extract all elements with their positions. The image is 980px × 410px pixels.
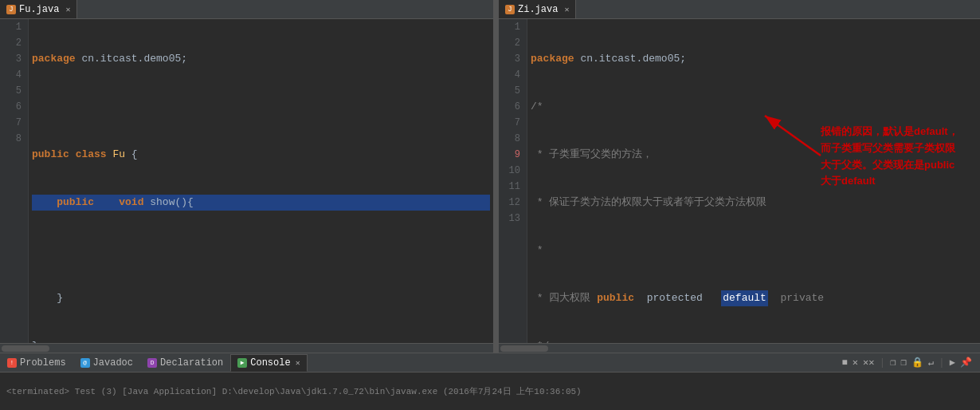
bottom-tab-javadoc[interactable]: @ Javadoc: [73, 354, 140, 372]
right-code-content[interactable]: package cn.itcast.demo05; /* * 子类重写父类的方法…: [527, 19, 980, 343]
code-line-7: }: [32, 338, 490, 343]
left-editor-pane: J Fu.java ✕ 1 2 3 4 5 6 7 8 package cn.i…: [0, 0, 494, 353]
problems-icon: !: [7, 358, 17, 368]
left-scrollbar-h[interactable]: [0, 343, 493, 353]
java-file-icon-right: J: [505, 5, 515, 14]
r-code-line-2: /*: [531, 99, 977, 115]
problems-label: Problems: [20, 357, 66, 369]
right-line-numbers: 1 2 3 4 5 6 7 8 9 10 11 12 13: [499, 19, 527, 343]
left-line-numbers: 1 2 3 4 5 6 7 8: [0, 19, 29, 343]
r-line-num-3: 3: [505, 51, 520, 67]
bottom-panel: ! Problems @ Javadoc D Declaration ▶ Con…: [0, 353, 980, 410]
left-tab-bar: J Fu.java ✕: [0, 0, 493, 19]
line-num-6: 6: [6, 99, 22, 115]
r-line-num-1: 1: [505, 19, 520, 35]
line-num-2: 2: [6, 35, 22, 51]
r-line-num-12: 12: [505, 195, 520, 211]
declaration-icon: D: [147, 358, 157, 368]
bottom-tab-console[interactable]: ▶ Console ✕: [230, 354, 307, 372]
r-line-num-6: 6: [505, 99, 520, 115]
pin-btn[interactable]: 📌: [958, 357, 974, 369]
bottom-tabs-row: ! Problems @ Javadoc D Declaration ▶ Con…: [0, 353, 980, 373]
code-line-2: [32, 99, 490, 115]
left-scrollbar-thumb[interactable]: [2, 345, 49, 352]
r-code-line-6: * 四大权限 public protected default private: [531, 290, 977, 306]
paste-btn[interactable]: ❒: [899, 357, 907, 369]
right-scrollbar-thumb[interactable]: [500, 345, 548, 352]
open-console-btn[interactable]: ▶: [948, 357, 957, 369]
r-line-num-13: 13: [505, 211, 520, 227]
code-line-5: [32, 242, 490, 258]
r-line-num-2: 2: [505, 35, 520, 51]
right-scrollbar-h[interactable]: [499, 343, 980, 353]
left-code-area: 1 2 3 4 5 6 7 8 package cn.itcast.demo05…: [0, 19, 493, 343]
r-code-line-5: *: [531, 242, 977, 258]
console-icon: ▶: [237, 358, 247, 368]
r-line-num-10: 10: [505, 163, 520, 179]
javadoc-label: Javadoc: [93, 357, 133, 369]
bottom-content: <terminated> Test (3) [Java Application]…: [0, 373, 980, 410]
r-line-num-5: 5: [505, 83, 520, 99]
code-line-1: package cn.itcast.demo05;: [32, 51, 490, 67]
bottom-tab-problems[interactable]: ! Problems: [0, 354, 73, 372]
console-output-line: <terminated> Test (3) [Java Application]…: [6, 385, 974, 397]
java-file-icon-left: J: [6, 5, 16, 14]
left-code-content[interactable]: package cn.itcast.demo05; public class F…: [29, 19, 493, 343]
remove-btn[interactable]: ✕: [851, 357, 860, 369]
line-num-1: 1: [6, 19, 22, 35]
word-wrap-btn[interactable]: ↵: [927, 357, 935, 369]
line-num-4: 4: [6, 67, 22, 83]
line-num-7: 7: [6, 115, 22, 131]
close-icon-right[interactable]: ✕: [564, 5, 569, 14]
right-editor-pane: J Zi.java ✕ 1 2 3 4 5 6 7 8 9 10 11 12 1…: [499, 0, 980, 353]
r-code-line-7: */: [531, 338, 977, 343]
right-tab-bar: J Zi.java ✕: [499, 0, 980, 19]
r-line-num-9: 9: [505, 147, 520, 163]
left-tab-label: Fu.java: [19, 4, 59, 15]
code-line-4: public void show(){: [32, 195, 490, 211]
r-code-line-4: * 保证子类方法的权限大于或者等于父类方法权限: [531, 195, 977, 211]
r-line-num-11: 11: [505, 179, 520, 195]
remove-all-btn[interactable]: ✕✕: [861, 357, 876, 369]
close-icon[interactable]: ✕: [65, 5, 70, 14]
right-tab-zi-java[interactable]: J Zi.java ✕: [499, 0, 576, 18]
declaration-label: Declaration: [160, 357, 223, 369]
copy-btn[interactable]: ❐: [888, 357, 897, 369]
r-line-num-4: 4: [505, 67, 520, 83]
line-num-5: 5: [6, 83, 22, 99]
left-tab-fu-java[interactable]: J Fu.java ✕: [0, 0, 77, 18]
console-close-icon[interactable]: ✕: [296, 358, 300, 368]
javadoc-icon: @: [80, 358, 90, 368]
scroll-lock-btn[interactable]: 🔒: [910, 357, 925, 369]
stop-btn[interactable]: ■: [841, 357, 849, 369]
line-num-8: 8: [6, 131, 22, 147]
right-tab-label: Zi.java: [518, 4, 558, 15]
editor-area: J Fu.java ✕ 1 2 3 4 5 6 7 8 package cn.i…: [0, 0, 980, 353]
code-line-3: public class Fu {: [32, 147, 490, 163]
right-code-area: 1 2 3 4 5 6 7 8 9 10 11 12 13 package cn…: [499, 19, 980, 343]
r-line-num-8: 8: [505, 131, 520, 147]
r-code-line-3: * 子类重写父类的方法，: [531, 147, 977, 163]
r-line-num-7: 7: [505, 115, 520, 131]
r-code-line-1: package cn.itcast.demo05;: [531, 51, 977, 67]
bottom-tab-declaration[interactable]: D Declaration: [140, 354, 230, 372]
console-label: Console: [250, 357, 290, 369]
code-line-6: }: [32, 290, 490, 306]
bottom-right-toolbar: ■ ✕ ✕✕ | ❐ ❒ 🔒 ↵ | ▶ 📌: [841, 357, 980, 369]
line-num-3: 3: [6, 51, 22, 67]
